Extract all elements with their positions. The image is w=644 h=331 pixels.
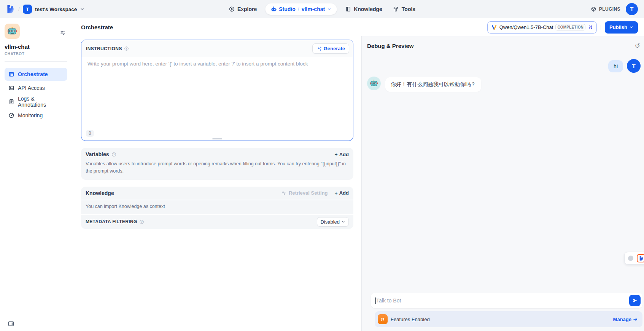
chat-area: hi T 你好！有什么问题我可以帮助你吗？ <box>362 49 644 293</box>
svg-text:?: ? <box>141 221 143 223</box>
chat-message-assistant: 你好！有什么问题我可以帮助你吗？ <box>367 77 641 92</box>
generate-button[interactable]: Generate <box>312 43 349 54</box>
model-name: Qwen/Qwen1.5-7B-Chat <box>499 24 553 30</box>
user-avatar[interactable]: T <box>626 3 638 15</box>
chat-input-row <box>371 293 642 308</box>
debug-header: Debug & Preview ↺ <box>362 36 644 49</box>
features-icon <box>378 314 388 324</box>
nav-knowledge[interactable]: Knowledge <box>343 4 385 14</box>
orchestrate-icon <box>8 71 14 77</box>
send-button[interactable] <box>629 295 641 306</box>
text-caret <box>375 297 376 304</box>
model-settings-icon[interactable] <box>588 24 593 30</box>
sidebar-item-logs-annotations[interactable]: Logs & Annotations <box>5 95 67 108</box>
retrieval-setting-icon <box>281 190 286 196</box>
floating-widget[interactable] <box>624 252 644 265</box>
logs-icon <box>8 99 14 105</box>
chevron-down-icon[interactable] <box>80 7 84 11</box>
user-message-bubble: hi <box>608 60 623 72</box>
retrieval-setting-button[interactable]: Retrieval Setting <box>281 190 328 196</box>
svg-text:?: ? <box>113 153 114 155</box>
sidebar-item-orchestrate[interactable]: Orchestrate <box>5 68 67 81</box>
generate-sparkle-icon <box>316 46 322 51</box>
help-icon[interactable]: ? <box>124 46 129 51</box>
sidebar-menu: Orchestrate API Access Logs & Annotation… <box>5 68 67 122</box>
arrow-right-icon <box>633 317 638 322</box>
knowledge-section: Knowledge Retrieval Setting + Add You ca… <box>81 187 353 229</box>
help-icon[interactable]: ? <box>111 152 116 157</box>
nav-tools[interactable]: Tools <box>391 4 418 14</box>
help-icon[interactable]: ? <box>139 219 144 224</box>
model-selector[interactable]: Qwen/Qwen1.5-7B-Chat COMPLETION <box>487 21 597 34</box>
manage-link[interactable]: Manage <box>613 317 638 322</box>
sidebar-item-label: API Access <box>18 85 45 91</box>
sidebar-app-name: vllm-chat <box>5 43 67 50</box>
studio-robot-icon <box>270 6 277 12</box>
instructions-editor[interactable]: Write your prompt word here, enter '{' t… <box>81 57 353 71</box>
panels: INSTRUCTIONS ? Generate Write your promp… <box>72 36 644 331</box>
metadata-filtering-dropdown[interactable]: Disabled <box>317 217 349 227</box>
dify-logo-icon[interactable] <box>5 4 15 14</box>
main-nav: Explore Studio / vllm-chat Knowledge <box>226 3 418 15</box>
knowledge-add-label: Add <box>339 190 349 196</box>
sidebar-item-monitoring[interactable]: Monitoring <box>5 109 67 122</box>
metadata-filtering-value: Disabled <box>320 219 340 225</box>
app-icon[interactable] <box>5 24 20 39</box>
char-count-badge: 0 <box>86 130 94 137</box>
breadcrumb-separator: / <box>18 6 20 12</box>
plugins-button[interactable]: PLUGINS <box>591 6 620 12</box>
knowledge-icon <box>345 6 351 12</box>
manage-label: Manage <box>613 317 631 322</box>
nav-studio-label: Studio <box>279 6 296 12</box>
features-label: Features Enabled <box>391 317 430 322</box>
main-area: Orchestrate Qwen/Qwen1.5-7B-Chat COMPLET… <box>72 18 644 331</box>
variables-add-button[interactable]: + Add <box>335 151 349 157</box>
resize-handle[interactable] <box>212 138 222 139</box>
chevron-down-icon[interactable] <box>327 7 331 11</box>
status-dot <box>628 256 633 261</box>
nav-app-name: vllm-chat <box>302 6 325 12</box>
dify-mini-logo-icon <box>637 254 644 262</box>
plus-icon: + <box>335 151 338 157</box>
sidebar-item-api-access[interactable]: API Access <box>5 82 67 94</box>
publish-label: Publish <box>609 24 627 30</box>
workspace-name[interactable]: test's Workspace <box>35 6 77 12</box>
sidebar-divider <box>5 61 67 62</box>
send-icon <box>632 298 638 303</box>
metadata-filtering-title-text: METADATA FILTERING <box>86 219 137 224</box>
chat-message-user: hi T <box>367 59 641 73</box>
chat-input[interactable] <box>376 297 629 304</box>
explore-icon <box>229 6 235 12</box>
chevron-down-icon <box>629 25 633 29</box>
config-panel: INSTRUCTIONS ? Generate Write your promp… <box>72 36 361 331</box>
monitoring-icon <box>8 112 14 118</box>
header-right: PLUGINS T <box>591 3 638 15</box>
body-row: vllm-chat CHATBOT Orchestrate API Access <box>0 18 644 331</box>
variables-title: Variables ? <box>86 151 116 157</box>
sidebar-item-label: Monitoring <box>18 112 43 118</box>
app-root: / T test's Workspace Explore Studio / vl… <box>0 0 644 331</box>
nav-explore[interactable]: Explore <box>226 4 259 14</box>
nav-studio-separator: / <box>298 6 299 12</box>
plus-icon: + <box>335 190 338 196</box>
chat-bot-avatar <box>367 77 381 90</box>
metadata-filtering-row: METADATA FILTERING ? Disabled <box>81 215 353 229</box>
sidebar-item-label: Orchestrate <box>18 71 48 77</box>
sidebar-app-type-badge: CHATBOT <box>5 52 67 56</box>
collapse-sidebar-icon[interactable] <box>8 320 14 327</box>
header-divider <box>601 25 601 30</box>
publish-button[interactable]: Publish <box>605 21 638 34</box>
variables-description: Variables allow users to introduce promp… <box>81 158 353 180</box>
workspace-avatar[interactable]: T <box>23 5 32 14</box>
knowledge-add-button[interactable]: + Add <box>335 190 349 196</box>
header-left: / T test's Workspace <box>5 4 84 14</box>
nav-studio-active[interactable]: Studio / vllm-chat <box>265 3 337 15</box>
restart-icon[interactable]: ↺ <box>635 43 640 49</box>
chat-user-avatar: T <box>627 59 641 73</box>
app-settings-icon[interactable] <box>60 30 66 36</box>
nav-explore-label: Explore <box>237 6 257 12</box>
variables-section: Variables ? + Add Variables allow users … <box>81 148 353 180</box>
page-header: Orchestrate Qwen/Qwen1.5-7B-Chat COMPLET… <box>72 18 644 36</box>
instructions-header: INSTRUCTIONS ? Generate <box>81 40 353 57</box>
features-bar: Features Enabled Manage <box>375 311 642 327</box>
